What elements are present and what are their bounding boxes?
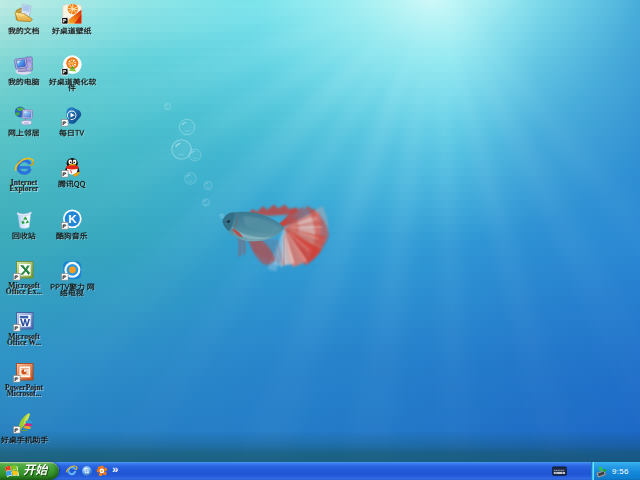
svg-text:K: K [68,213,77,225]
